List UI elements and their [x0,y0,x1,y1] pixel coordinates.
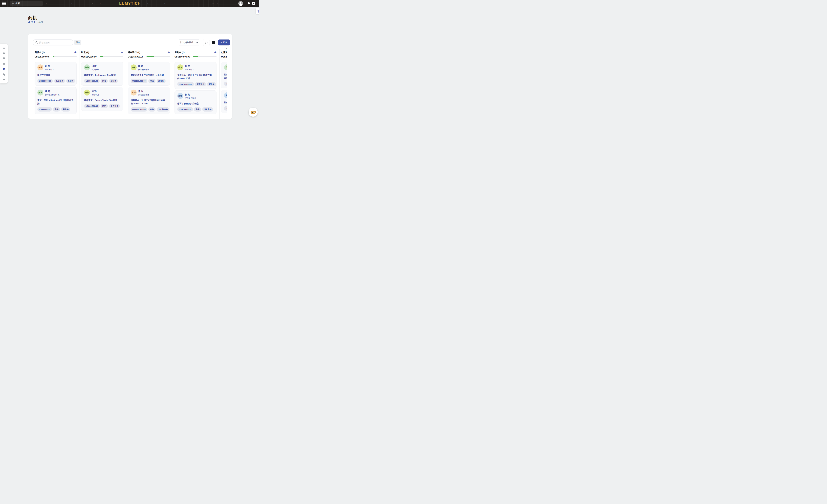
type-badge: 新业务 [207,82,216,87]
dollar-icon: $ [257,9,259,13]
breadcrumb-home-link[interactable]: 主页 [28,21,36,23]
sidebar-item-contact[interactable] [2,52,5,55]
assistant-robot-button[interactable] [249,108,258,117]
column-add-button[interactable]: + [74,51,77,54]
sidebar-item-dashboard[interactable] [2,46,5,49]
robot-icon [250,110,256,115]
sidebar-item-inventory[interactable] [2,62,5,65]
top-header: « « « « « « « « 搜索 LUMYTIC [0,0,259,7]
column-amount: US$160,000.00 [175,56,190,58]
pipeline-select[interactable]: 默认销售管道 [178,40,200,46]
amount-badge: US$ [224,81,227,86]
global-search-label: 搜索 [15,2,20,5]
contact-name: 娜 周 [45,90,59,93]
amount-badge: US$100,000.00 [131,79,147,83]
list-view-toggle[interactable] [212,41,215,44]
kanban-board: 新机会 (2) + US$25,000.00 娟黄 娟 黄 盾卫安保 1 [35,49,227,119]
sidebar-item-warehouse[interactable] [2,78,5,81]
amount-badge: US$150,000.00 [131,107,147,112]
plus-icon: + [221,41,222,44]
contact-name: 强 李 [185,65,194,68]
opportunity-card[interactable]: 娟陈 娟 陈 哨兵安全 紧急需求：TaskMaster Pro 实施 US$50… [81,62,123,86]
floating-sidebar [0,44,8,83]
kanban-view-toggle[interactable] [203,39,210,46]
deal-title: 路灯产品查询 [37,73,74,77]
type-badge: 新业务 [157,79,166,83]
opportunity-card[interactable]: 涛郭 涛 郭 警觉守卫 紧急需求：SecureShield 360 部署 US$… [81,87,123,111]
avatar: 静黄 [131,64,137,70]
column-add-button[interactable]: + [121,51,123,54]
deal-title: 需要更多关于产品的信息 -> 面板灯 [131,73,167,77]
decor-arrow-icon: « [147,2,148,4]
breadcrumb-separator: › [37,21,38,23]
column-title: 潜在客户 (2) [128,51,140,54]
deal-title: 销售机会：适用于户外照明解决方案的 Glow 产品 [177,73,214,80]
add-opportunity-button[interactable]: + 添加 [218,40,230,46]
contact-name: 娟 陈 [92,65,99,68]
contact-name: 娟 黄 [45,65,54,68]
column-add-button[interactable]: + [214,51,216,54]
menu-toggle-button[interactable] [2,2,6,5]
contact-name: 涛 郭 [92,90,99,93]
source-badge: 电话 [148,79,155,83]
deal-title: 紧急需求： 方案 [224,73,227,80]
deal-title: 需要了解室内产品信息 [177,102,214,105]
source-badge: 电话 [101,104,108,108]
pipeline-select-value: 默认销售管道 [180,41,193,44]
opportunity-card[interactable]: 强李 强 李 盾卫安保 1 销售机会：适用于户外照明解决方案的 Glow 产品 … [175,62,216,89]
company-name: 盾卫安保 1 [45,68,54,71]
amount-badge: US$64,000.00 [84,104,100,108]
chevron-down-icon [196,42,198,43]
opportunity-card[interactable]: 静黄 静 黄 安网安全集团 需要了解室内产品信息 US$10,000.00 直接… [175,91,216,114]
company-name: 盾卫安保 1 [185,68,194,71]
type-badge: 新业务 [109,79,118,83]
notifications-bell-icon[interactable] [247,2,250,6]
opportunity-card[interactable]: 勇刘 勇 刘 安网安全集团 销售机会：适用于户外照明解决方案的 SmartLux… [128,87,170,114]
sidebar-item-customers[interactable] [2,67,5,70]
column-title: 新机会 (2) [35,51,45,54]
column-won: 已赢单 (2) + US$2 芳 紧急需求： 方案 [221,49,227,119]
avatar: 娟 [224,92,227,98]
opportunity-card[interactable]: 娟 紧急需求： US$ [221,90,227,113]
deal-title: 紧急需求： [224,101,227,104]
column-progress-bar [100,56,123,57]
decor-arrow-icon: « [100,2,101,4]
deal-title: 需求：使用 Milestone360 进行目标追踪 [37,99,74,105]
column-follow-up: 跟进 (2) + US$114,000.00 娟陈 娟 陈 哨兵安全 紧 [81,49,125,119]
opportunity-card[interactable]: 芳 紧急需求： 方案 US$ [221,62,227,89]
avatar: 勇刘 [131,90,137,96]
mail-icon[interactable] [252,2,255,5]
type-badge: 服务业务 [109,104,120,108]
company-name: 安网安全集团 [138,94,149,96]
sidebar-item-products[interactable] [2,57,5,60]
currency-quick-button[interactable]: $ [256,8,259,14]
deal-title: 紧急需求：TaskMaster Pro 实施 [84,73,120,77]
column-amount: US$114,000.00 [81,56,97,58]
decor-arrow-icon: « [46,2,47,4]
column-amount: US$2 [221,56,227,58]
filter-button[interactable]: 筛选 [74,40,81,45]
column-add-button[interactable]: + [167,51,170,54]
board-search-field[interactable] [33,40,73,46]
column-amount: US$25,000.00 [35,56,49,58]
source-badge: 电子邮件 [54,79,65,83]
board-search-input[interactable] [39,41,71,44]
company-name: 哨兵安全 [92,68,99,71]
avatar: 芳 [224,64,227,70]
company-name: 赛博堡垒解决方案 [45,94,59,96]
contact-name: 静 黄 [185,93,196,96]
kanban-icon [205,41,208,44]
logo-bar-icon [138,2,139,5]
opportunity-card[interactable]: 娟黄 娟 黄 盾卫安保 1 路灯产品查询 US$20,000.00 电子邮件 新… [35,62,77,86]
amount-badge: US$150,000.00 [177,82,194,87]
company-name: 安网安全集团 [185,97,196,99]
opportunity-card[interactable]: 娜周 娜 周 赛博堡垒解决方案 需求：使用 Milestone360 进行目标追… [35,87,77,114]
sidebar-item-tags[interactable] [2,73,5,76]
user-avatar[interactable] [238,1,243,6]
amount-badge: US$50,000.00 [84,79,100,83]
avatar: 娟黄 [37,64,43,70]
source-badge: 直接 [53,107,60,112]
global-search-bar[interactable]: 搜索 [10,1,43,6]
app-logo[interactable]: LUMYTIC [119,0,140,7]
opportunity-card[interactable]: 静黄 静 黄 安网安全集团 需要更多关于产品的信息 -> 面板灯 US$100,… [128,62,170,86]
